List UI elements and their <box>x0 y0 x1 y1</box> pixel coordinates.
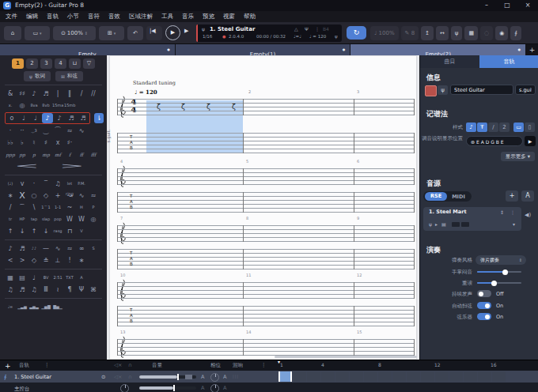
dynamic-mf-icon[interactable]: mf <box>52 149 63 160</box>
triplet-icon[interactable]: ‿3 <box>28 126 40 136</box>
dynamic-p-icon[interactable]: p <box>28 149 40 160</box>
next-button[interactable]: ▶ <box>184 28 188 34</box>
sustain-icon[interactable]: — <box>40 243 51 254</box>
stem-direction-button[interactable]: ⇂ <box>94 113 104 123</box>
document-tab[interactable]: Empty(1) ● <box>176 44 350 55</box>
quarter-rest[interactable]: ζ <box>157 103 161 111</box>
fretboard-button[interactable]: ◉ <box>495 26 508 40</box>
vibrato-bar-icon[interactable]: ≈ <box>64 243 75 254</box>
tablature-staff[interactable]: T A B <box>117 133 415 153</box>
master-pan-knob[interactable] <box>210 384 219 392</box>
fretboard-mark-icon[interactable]: Ⅲ <box>40 285 51 295</box>
relative-speed-button[interactable]: ♩ 100% <box>370 26 399 40</box>
playhead-marker-icon[interactable]: ▾ <box>278 359 280 364</box>
ottava-alta-icon[interactable]: 8va <box>28 100 40 111</box>
menu-item[interactable]: 音符 <box>88 13 100 21</box>
standard-staff[interactable] <box>117 225 415 242</box>
section-marker-icon[interactable]: ⌘ <box>88 285 99 295</box>
arpeggio-up-icon[interactable]: ↑ <box>28 226 40 236</box>
eq-icon[interactable]: ||| <box>233 374 239 379</box>
pan-knob[interactable] <box>210 373 219 382</box>
timeline-cell[interactable] <box>478 371 491 382</box>
maximize-button[interactable]: □ <box>497 0 517 11</box>
thirty-second-note-button[interactable]: ♬ <box>66 113 77 123</box>
document-tab[interactable]: Empty(2) ● <box>350 44 525 55</box>
standard-staff[interactable] <box>117 282 415 299</box>
sixteenth-note-button[interactable]: ♪ <box>54 113 65 123</box>
chord-diagram-icon[interactable]: ▦ <box>5 273 16 283</box>
voice-4-button[interactable]: 4 <box>55 58 66 69</box>
fork-icon[interactable]: Ψ <box>76 285 87 295</box>
string-instrument-toggle[interactable] <box>477 313 491 320</box>
timeline-cell[interactable] <box>293 371 306 382</box>
hammer-on-icon[interactable]: 1⌒1 <box>40 202 51 213</box>
instrument-view-button[interactable]: ∮ <box>510 26 521 40</box>
tremolo-picking-icon[interactable]: ♪♪ <box>28 243 40 254</box>
diamond-notehead-icon[interactable]: ◇ <box>28 255 40 266</box>
dead-note-icon[interactable]: X <box>17 190 28 201</box>
timeline-cell[interactable] <box>321 371 335 382</box>
grace-before-beat-icon[interactable]: ♪ <box>5 243 16 254</box>
pedal-release-icon[interactable]: ⊥ <box>52 255 63 266</box>
pull-off-icon[interactable]: 1-1 <box>52 202 63 213</box>
grace-on-beat-icon[interactable]: ♬ <box>17 243 28 254</box>
standard-staff[interactable] <box>117 99 415 115</box>
marcato-icon[interactable]: ∗ <box>76 255 87 266</box>
midi-option[interactable]: MIDI <box>447 194 470 200</box>
vertical-layout-button[interactable]: ▯ <box>525 122 535 132</box>
sound-automation-button[interactable]: A <box>521 190 534 202</box>
right-hand-tap-icon[interactable]: W <box>76 214 87 224</box>
automation-ramp-icon[interactable]: ▁▃▅ <box>17 302 28 312</box>
palm-mute-slider[interactable] <box>477 271 521 273</box>
chevron-down-icon[interactable]: ▾ <box>513 221 515 227</box>
clef-icon[interactable]: & <box>5 89 16 99</box>
more-options-icon[interactable]: ⋮ <box>44 362 50 368</box>
master-volume-slider[interactable] <box>139 386 196 390</box>
tablature-staff[interactable]: T A B <box>117 306 415 326</box>
tuning-select[interactable]: ⊛ E A D G B E <box>466 136 523 146</box>
repeat-close-icon[interactable]: // <box>88 89 99 99</box>
view-mode-button[interactable]: ▭▾ <box>25 26 50 40</box>
tab-track[interactable]: 音轨 <box>479 55 538 68</box>
lyrics-button[interactable]: ψ歌词 <box>24 71 51 81</box>
transport-display[interactable]: ψ 1. Steel Guitar △ Ψ ⋮ B4 1/16 ● 2.0.4.… <box>196 24 342 42</box>
new-tab-button[interactable]: + <box>526 44 538 55</box>
go-to-start-button[interactable]: |◀ <box>150 28 156 34</box>
double-dotted-note-icon[interactable]: ·· <box>17 126 28 136</box>
menu-item[interactable]: 文件 <box>6 13 17 21</box>
trill-wave-icon[interactable]: ∿ <box>52 243 63 254</box>
rasgueado-icon[interactable]: rasg <box>52 226 63 236</box>
timeline-cell[interactable] <box>464 371 477 382</box>
show-more-button[interactable]: 显示更多 ▾ <box>501 152 535 161</box>
menu-item[interactable]: 小节 <box>67 13 79 21</box>
standard-notation-button[interactable]: ♪ <box>466 122 476 132</box>
simile-mark-icon[interactable]: x. <box>5 100 16 111</box>
speaker-icon[interactable]: ◀) <box>525 212 531 218</box>
score-area[interactable]: Standard tuning ♩ = 120 s.guit. 44 ζ ζ <box>107 55 419 360</box>
quindicesima-bassa-icon[interactable]: 15mb <box>64 100 75 111</box>
track-color-swatch[interactable] <box>425 85 437 96</box>
track-name-input[interactable] <box>450 85 513 95</box>
tap-icon[interactable]: tap <box>28 214 40 224</box>
text-annotation-icon[interactable]: TXT <box>64 273 75 283</box>
shift-slide-icon[interactable]: ~ <box>64 202 75 213</box>
menu-item[interactable]: 区域注解 <box>129 13 153 21</box>
mute-button[interactable]: ◁× <box>114 374 122 380</box>
menu-item[interactable]: 音轨 <box>47 13 59 21</box>
natural-harmonic-icon[interactable]: ○ <box>28 190 40 201</box>
slash-notation-button[interactable]: / <box>488 122 498 132</box>
tenuto-icon[interactable]: ‾ <box>40 179 51 189</box>
triplet-feel-icon[interactable]: ♬ <box>17 285 28 295</box>
add-sound-button[interactable]: + <box>506 190 518 202</box>
heavy-accent-icon[interactable]: > <box>17 255 28 266</box>
master-gain-knob[interactable] <box>120 384 129 392</box>
countdown-button[interactable]: ◌ <box>480 26 493 40</box>
timeline-cell[interactable] <box>364 371 377 382</box>
direction-icon[interactable]: ¶ <box>64 285 75 295</box>
solo-button[interactable]: ∩ <box>128 374 132 380</box>
metronome-icon[interactable]: △ <box>294 26 298 32</box>
wide-vibrato-icon[interactable]: ≈ <box>88 190 99 201</box>
automation-fall-icon[interactable]: ▇▅▁ <box>52 302 63 312</box>
repeat-open-icon[interactable]: / <box>76 89 87 99</box>
beam-icon[interactable]: ♫ <box>5 285 16 295</box>
